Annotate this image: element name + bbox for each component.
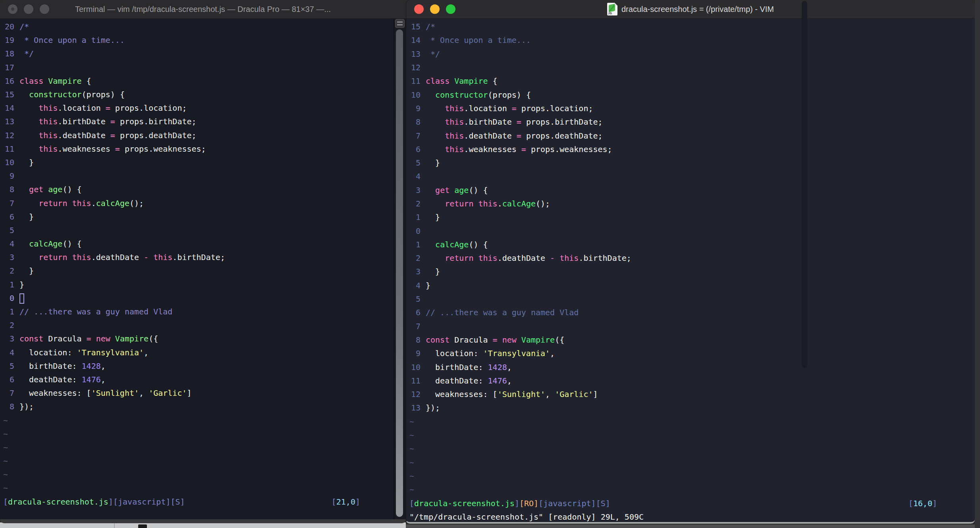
zoom-button-icon[interactable] <box>446 4 455 14</box>
line-number: 6 <box>406 306 421 319</box>
code-row: 19 * Once upon a time... <box>0 33 406 47</box>
code-row: 3const Dracula = new Vampire({ <box>0 332 406 345</box>
close-button-icon[interactable] <box>414 4 424 14</box>
code-text: this.location = props.location; <box>19 101 187 115</box>
line-number: 4 <box>0 346 14 359</box>
text-segment: } <box>19 266 34 276</box>
zoom-button-inactive-icon[interactable] <box>40 4 49 14</box>
empty-buffer-row: ~ <box>406 483 975 496</box>
text-segment: } <box>19 280 24 289</box>
text-segment: 1476 <box>82 375 101 384</box>
code-text: } <box>19 156 34 169</box>
minimize-button-icon[interactable] <box>430 4 440 14</box>
code-text: return this.calcAge(); <box>426 197 550 210</box>
js-document-icon-fold <box>615 3 617 6</box>
code-row: 10 birthDate: 1428, <box>406 360 975 374</box>
text-segment: ] <box>515 499 519 508</box>
tilde-marker: ~ <box>3 427 8 441</box>
text-segment: () { <box>469 240 488 249</box>
text-segment: ] <box>606 499 610 508</box>
macvim-titlebar[interactable]: JS dracula-screenshot.js = (/private/tmp… <box>406 0 975 19</box>
code-text: } <box>19 210 34 224</box>
code-text: this.deathDate = props.deathDate; <box>19 129 197 142</box>
code-row: 15/* <box>406 20 975 33</box>
text-segment: [ <box>909 499 913 508</box>
line-number: 15 <box>406 20 421 33</box>
minimize-button-inactive-icon[interactable] <box>24 4 33 14</box>
code-row: 6// ...there was a guy named Vlad <box>406 306 975 319</box>
empty-buffer-row: ~ <box>406 442 975 455</box>
text-segment: [ <box>538 499 543 508</box>
vim-cursor <box>19 293 24 304</box>
code-text: // ...there was a guy named Vlad <box>19 305 172 318</box>
code-text: }); <box>426 401 440 414</box>
text-segment <box>426 240 435 249</box>
text-segment: () { <box>62 239 81 249</box>
text-segment: .deathDate <box>58 131 110 140</box>
code-row: 13 this.birthDate = props.birthDate; <box>0 115 406 128</box>
text-segment: return <box>445 253 473 263</box>
code-text: */ <box>19 47 34 60</box>
code-text: class Vampire { <box>19 74 91 88</box>
line-number: 1 <box>406 210 421 224</box>
line-number: 3 <box>406 183 421 197</box>
terminal-vim-buffer[interactable]: 20/*19 * Once upon a time...18 */1716cla… <box>0 18 406 519</box>
line-number: 2 <box>0 264 14 277</box>
text-segment: weaknesses: [ <box>426 389 498 399</box>
code-row: 1 calcAge() { <box>406 238 975 251</box>
text-segment <box>19 239 29 249</box>
code-text: } <box>19 278 24 291</box>
statusline-file-info: [dracula-screenshot.js][javascript][S] <box>3 495 185 509</box>
empty-buffer-row: ~ <box>406 456 975 469</box>
code-text: // ...there was a guy named Vlad <box>426 306 579 319</box>
line-number: 19 <box>0 33 14 47</box>
text-segment: } <box>426 212 440 222</box>
terminal-titlebar[interactable]: Terminal — vim /tmp/dracula-screenshot.j… <box>0 0 406 19</box>
line-number: 10 <box>406 88 421 102</box>
text-segment: this <box>478 253 497 263</box>
text-segment: .location <box>464 104 511 113</box>
code-text: } <box>426 210 440 224</box>
macvim-vim-buffer[interactable]: 15/*14 * Once upon a time...13 */1211cla… <box>406 19 975 522</box>
text-segment: return <box>445 199 473 208</box>
text-segment: } <box>19 158 34 167</box>
line-number: 4 <box>406 279 421 292</box>
code-row: 11class Vampire { <box>406 74 975 88</box>
text-segment: { <box>488 76 498 86</box>
text-segment <box>19 144 39 154</box>
line-number: 10 <box>0 156 14 169</box>
line-number: 11 <box>406 374 421 387</box>
text-segment <box>149 252 153 262</box>
pane-splitter-button[interactable] <box>395 19 405 28</box>
text-segment: new <box>96 334 110 343</box>
code-row: 4 calcAge() { <box>0 237 406 251</box>
terminal-window: Terminal — vim /tmp/dracula-screenshot.j… <box>0 0 406 523</box>
code-text: get age() { <box>19 183 82 196</box>
code-row: 1} <box>0 278 406 291</box>
text-segment: .birthDate; <box>172 252 225 262</box>
macvim-window: JS dracula-screenshot.js = (/private/tmp… <box>406 0 975 524</box>
code-row: 15 constructor(props) { <box>0 88 406 101</box>
code-row: 17 <box>0 61 406 74</box>
code-text: location: 'Transylvania', <box>19 346 149 359</box>
macvim-scrollbar-overlay[interactable] <box>802 1 807 368</box>
empty-buffer-row: ~ <box>0 468 406 481</box>
text-segment <box>67 198 72 208</box>
code-row: 13 */ <box>406 47 975 61</box>
text-segment: . <box>91 198 96 208</box>
line-number: 4 <box>0 237 14 251</box>
empty-buffer-row: ~ <box>0 441 406 454</box>
text-segment: (); <box>129 198 144 208</box>
close-button-inactive-icon[interactable] <box>8 4 17 14</box>
code-text: }); <box>19 400 34 413</box>
line-number: 8 <box>0 400 14 413</box>
line-number: 6 <box>0 373 14 386</box>
text-segment <box>19 90 29 99</box>
line-number: 9 <box>406 347 421 360</box>
statusline-ruler: [16,0] <box>909 497 937 510</box>
terminal-scrollbar-thumb[interactable] <box>396 29 403 517</box>
text-segment <box>19 252 39 262</box>
text-segment <box>498 335 502 345</box>
desktop: Terminal — vim /tmp/dracula-screenshot.j… <box>0 0 980 528</box>
code-text: constructor(props) { <box>19 88 125 101</box>
